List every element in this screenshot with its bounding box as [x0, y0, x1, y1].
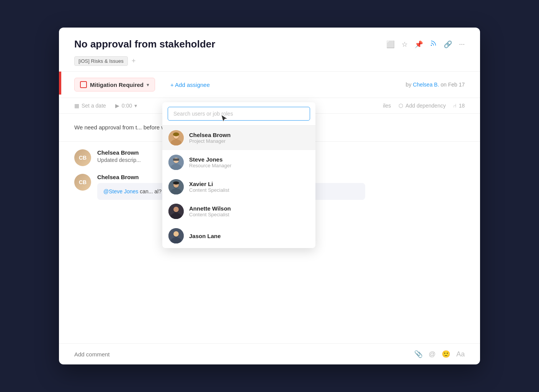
- user-info-xavier: Xavier Li Content Specialist: [189, 181, 229, 193]
- avatar: CB: [74, 149, 91, 166]
- search-box: [162, 102, 315, 126]
- files-button[interactable]: iles: [383, 103, 391, 109]
- emoji-icon[interactable]: 🙂: [442, 350, 450, 358]
- toolbar-right: iles ⬡ Add dependency ⑁ 18: [383, 103, 465, 109]
- svg-point-23: [173, 231, 179, 237]
- user-avatar-steve: [168, 155, 184, 170]
- set-date-button[interactable]: ▦ Set a date: [74, 103, 106, 109]
- user-avatar-chelsea: [168, 130, 184, 145]
- calendar-small-icon: ▦: [74, 103, 79, 109]
- user-role-steve: Resource Manager: [189, 163, 232, 168]
- dependency-icon: ⬡: [399, 103, 403, 109]
- duration-dropdown: ▾: [134, 103, 137, 109]
- activity-user-name-2: Chelsea Brown: [97, 174, 139, 180]
- set-date-label: Set a date: [82, 103, 106, 109]
- user-name-steve: Steve Jones: [189, 156, 232, 163]
- comment-input[interactable]: [74, 351, 414, 358]
- header-top: No approval from stakeholder ⬜ ☆ 📌 🔗 ···: [74, 38, 465, 50]
- user-avatar-annette: [168, 204, 184, 219]
- user-avatar-xavier: [168, 179, 184, 194]
- add-assignee-button[interactable]: + Add assignee: [170, 82, 210, 88]
- user-role-xavier: Content Specialist: [189, 187, 229, 193]
- chelsea-avatar-2: CB: [74, 174, 91, 191]
- user-item-chelsea[interactable]: Chelsea Brown Project Manager: [162, 126, 315, 150]
- status-bar: Mitigation Required ▾ + Add assignee by …: [59, 72, 480, 98]
- created-on-label: on: [441, 82, 448, 88]
- mention-link[interactable]: @Steve Jones: [103, 188, 138, 194]
- status-indicator: [59, 72, 61, 95]
- duration-button[interactable]: ▶ 0:00 ▾: [115, 103, 137, 109]
- status-label: Mitigation Required: [90, 82, 144, 88]
- avatar-2: CB: [74, 174, 91, 191]
- user-item-steve[interactable]: Steve Jones Resource Manager: [162, 150, 315, 175]
- more-icon[interactable]: ···: [459, 40, 465, 48]
- user-info-jason: Jason Lane: [189, 233, 221, 239]
- format-icon[interactable]: Aa: [456, 350, 465, 358]
- add-assignee-label: + Add assignee: [170, 82, 210, 88]
- status-dropdown-icon[interactable]: ▾: [147, 82, 149, 88]
- add-dependency-button[interactable]: ⬡ Add dependency: [399, 103, 446, 109]
- tag-label[interactable]: [iOS] Risks & Issues: [74, 56, 128, 66]
- assignee-dropdown: Chelsea Brown Project Manager Steve: [162, 102, 315, 248]
- chelsea-avatar-1: CB: [74, 149, 91, 166]
- user-list: Chelsea Brown Project Manager Steve: [162, 126, 315, 248]
- svg-rect-10: [173, 158, 179, 161]
- header: No approval from stakeholder ⬜ ☆ 📌 🔗 ···…: [59, 28, 480, 72]
- comment-tools: 📎 @ 🙂 Aa: [414, 350, 465, 358]
- user-name-chelsea: Chelsea Brown: [189, 132, 230, 138]
- calendar-icon[interactable]: ⬜: [386, 40, 395, 49]
- user-info-chelsea: Chelsea Brown Project Manager: [189, 132, 230, 144]
- user-name-annette: Annette Wilson: [189, 205, 231, 212]
- comment-bar[interactable]: 📎 @ 🙂 Aa: [59, 343, 480, 364]
- search-input[interactable]: [168, 107, 310, 121]
- user-name-jason: Jason Lane: [189, 233, 221, 239]
- user-item-annette[interactable]: Annette Wilson Content Specialist: [162, 199, 315, 224]
- svg-point-15: [173, 181, 179, 185]
- creator-link[interactable]: Chelsea B.: [413, 82, 439, 88]
- svg-point-0: [431, 45, 432, 46]
- user-info-steve: Steve Jones Resource Manager: [189, 156, 232, 168]
- user-role-annette: Content Specialist: [189, 212, 231, 217]
- files-label: iles: [383, 103, 391, 109]
- rss-icon[interactable]: [430, 40, 437, 49]
- activity-user-name-1: Chelsea Brown: [97, 149, 139, 156]
- svg-point-5: [173, 132, 179, 136]
- page-title: No approval from stakeholder: [74, 38, 215, 50]
- user-info-annette: Annette Wilson Content Specialist: [189, 205, 231, 217]
- share-icon: ⑁: [453, 103, 456, 109]
- pin-icon[interactable]: 📌: [415, 40, 423, 49]
- star-icon[interactable]: ☆: [402, 40, 408, 49]
- link-icon[interactable]: 🔗: [444, 40, 452, 49]
- count-badge: ⑁ 18: [453, 103, 465, 109]
- created-date: Feb 17: [448, 82, 465, 88]
- user-item-jason[interactable]: Jason Lane: [162, 224, 315, 248]
- main-window: No approval from stakeholder ⬜ ☆ 📌 🔗 ···…: [59, 28, 480, 364]
- tag-row: [iOS] Risks & Issues +: [74, 56, 465, 71]
- user-role-chelsea: Project Manager: [189, 138, 230, 144]
- created-by-info: by Chelsea B. on Feb 17: [406, 82, 465, 88]
- status-badge[interactable]: Mitigation Required ▾: [74, 78, 155, 91]
- user-item-xavier[interactable]: Xavier Li Content Specialist: [162, 175, 315, 199]
- svg-point-19: [173, 207, 179, 212]
- duration-value: 0:00: [122, 103, 132, 109]
- play-icon: ▶: [115, 103, 119, 109]
- add-tag-button[interactable]: +: [132, 57, 136, 65]
- status-checkbox[interactable]: [80, 81, 87, 88]
- header-icons: ⬜ ☆ 📌 🔗 ···: [386, 40, 465, 49]
- attachment-icon[interactable]: 📎: [414, 350, 423, 358]
- add-dependency-label: Add dependency: [405, 103, 446, 109]
- count-value: 18: [459, 103, 465, 109]
- user-name-xavier: Xavier Li: [189, 181, 229, 187]
- user-avatar-jason: [168, 228, 184, 243]
- mention-icon[interactable]: @: [429, 350, 436, 358]
